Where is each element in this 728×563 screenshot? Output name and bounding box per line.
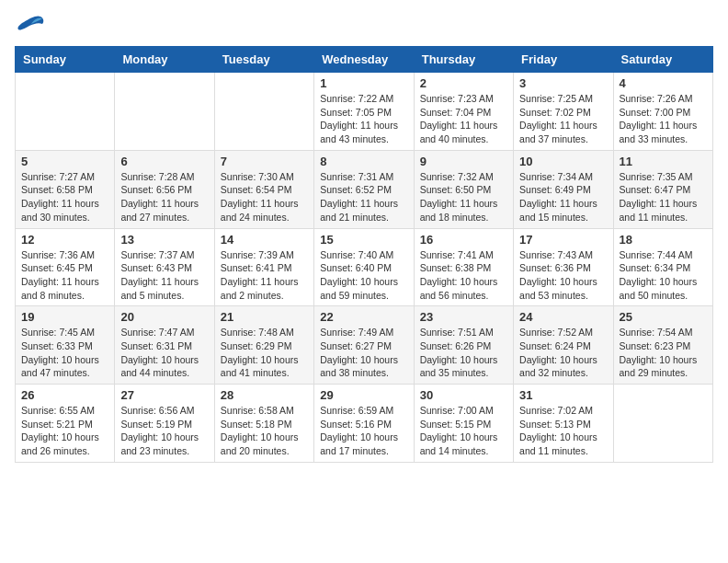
calendar-week-row: 1Sunrise: 7:22 AM Sunset: 7:05 PM Daylig… (16, 73, 713, 151)
calendar-cell: 25Sunrise: 7:54 AM Sunset: 6:23 PM Dayli… (613, 306, 712, 385)
calendar-cell (115, 73, 214, 151)
calendar-cell: 26Sunrise: 6:55 AM Sunset: 5:21 PM Dayli… (16, 385, 115, 463)
day-number: 13 (120, 233, 208, 247)
calendar-cell (613, 385, 712, 463)
day-number: 23 (420, 310, 507, 324)
day-info: Sunrise: 7:27 AM Sunset: 6:58 PM Dayligh… (21, 170, 108, 224)
day-number: 27 (120, 388, 208, 402)
day-number: 1 (320, 76, 407, 90)
calendar-cell: 8Sunrise: 7:31 AM Sunset: 6:52 PM Daylig… (314, 150, 414, 228)
day-info: Sunrise: 7:30 AM Sunset: 6:54 PM Dayligh… (221, 170, 308, 224)
weekday-header: Sunday (16, 47, 115, 73)
calendar-cell: 18Sunrise: 7:44 AM Sunset: 6:34 PM Dayli… (613, 228, 712, 306)
calendar-cell: 24Sunrise: 7:52 AM Sunset: 6:24 PM Dayli… (514, 306, 613, 385)
day-info: Sunrise: 7:22 AM Sunset: 7:05 PM Dayligh… (320, 92, 407, 146)
day-info: Sunrise: 7:02 AM Sunset: 5:13 PM Dayligh… (519, 404, 607, 458)
day-info: Sunrise: 6:55 AM Sunset: 5:21 PM Dayligh… (21, 404, 108, 458)
day-info: Sunrise: 6:56 AM Sunset: 5:19 PM Dayligh… (120, 404, 208, 458)
calendar-cell: 7Sunrise: 7:30 AM Sunset: 6:54 PM Daylig… (214, 150, 313, 228)
day-info: Sunrise: 7:39 AM Sunset: 6:41 PM Dayligh… (221, 248, 308, 303)
calendar-cell: 19Sunrise: 7:45 AM Sunset: 6:33 PM Dayli… (16, 306, 115, 385)
day-number: 20 (120, 310, 208, 324)
calendar-cell (214, 73, 313, 151)
weekday-header: Saturday (613, 47, 712, 73)
day-number: 31 (519, 388, 607, 402)
calendar-cell: 22Sunrise: 7:49 AM Sunset: 6:27 PM Dayli… (314, 306, 414, 385)
calendar-cell: 4Sunrise: 7:26 AM Sunset: 7:00 PM Daylig… (613, 73, 712, 151)
calendar-cell: 21Sunrise: 7:48 AM Sunset: 6:29 PM Dayli… (214, 306, 313, 385)
calendar-cell: 28Sunrise: 6:58 AM Sunset: 5:18 PM Dayli… (214, 385, 313, 463)
day-info: Sunrise: 7:37 AM Sunset: 6:43 PM Dayligh… (120, 248, 208, 303)
calendar-table: SundayMondayTuesdayWednesdayThursdayFrid… (15, 46, 713, 463)
day-info: Sunrise: 7:36 AM Sunset: 6:45 PM Dayligh… (21, 248, 108, 303)
weekday-header: Monday (115, 47, 214, 73)
day-number: 25 (620, 310, 707, 324)
calendar-header-row: SundayMondayTuesdayWednesdayThursdayFrid… (16, 47, 713, 73)
calendar-cell: 6Sunrise: 7:28 AM Sunset: 6:56 PM Daylig… (115, 150, 214, 228)
day-info: Sunrise: 7:32 AM Sunset: 6:50 PM Dayligh… (420, 170, 507, 224)
day-number: 2 (420, 76, 507, 90)
calendar-cell: 5Sunrise: 7:27 AM Sunset: 6:58 PM Daylig… (16, 150, 115, 228)
day-info: Sunrise: 7:54 AM Sunset: 6:23 PM Dayligh… (620, 326, 707, 380)
calendar-cell: 23Sunrise: 7:51 AM Sunset: 6:26 PM Dayli… (414, 306, 513, 385)
day-number: 16 (420, 233, 507, 247)
day-info: Sunrise: 7:35 AM Sunset: 6:47 PM Dayligh… (620, 170, 707, 224)
day-info: Sunrise: 6:58 AM Sunset: 5:18 PM Dayligh… (221, 404, 308, 458)
calendar-cell: 10Sunrise: 7:34 AM Sunset: 6:49 PM Dayli… (514, 150, 613, 228)
day-number: 15 (320, 233, 407, 247)
day-info: Sunrise: 7:47 AM Sunset: 6:31 PM Dayligh… (120, 326, 208, 380)
day-info: Sunrise: 7:40 AM Sunset: 6:40 PM Dayligh… (320, 248, 407, 303)
day-number: 7 (221, 155, 308, 168)
calendar-cell: 3Sunrise: 7:25 AM Sunset: 7:02 PM Daylig… (514, 73, 613, 151)
day-number: 3 (519, 76, 607, 90)
weekday-header: Thursday (414, 47, 513, 73)
calendar-cell: 16Sunrise: 7:41 AM Sunset: 6:38 PM Dayli… (414, 228, 513, 306)
calendar-cell: 20Sunrise: 7:47 AM Sunset: 6:31 PM Dayli… (115, 306, 214, 385)
day-info: Sunrise: 7:51 AM Sunset: 6:26 PM Dayligh… (420, 326, 507, 380)
calendar-week-row: 5Sunrise: 7:27 AM Sunset: 6:58 PM Daylig… (16, 150, 713, 228)
day-info: Sunrise: 7:28 AM Sunset: 6:56 PM Dayligh… (120, 170, 208, 224)
calendar-cell: 29Sunrise: 6:59 AM Sunset: 5:16 PM Dayli… (314, 385, 414, 463)
day-info: Sunrise: 7:34 AM Sunset: 6:49 PM Dayligh… (519, 170, 607, 224)
day-info: Sunrise: 7:48 AM Sunset: 6:29 PM Dayligh… (221, 326, 308, 380)
calendar-cell: 11Sunrise: 7:35 AM Sunset: 6:47 PM Dayli… (613, 150, 712, 228)
weekday-header: Friday (514, 47, 613, 73)
calendar-cell: 30Sunrise: 7:00 AM Sunset: 5:15 PM Dayli… (414, 385, 513, 463)
day-number: 29 (320, 388, 407, 402)
logo (15, 15, 48, 35)
day-number: 26 (21, 388, 108, 402)
calendar-week-row: 26Sunrise: 6:55 AM Sunset: 5:21 PM Dayli… (16, 385, 713, 463)
calendar-cell: 9Sunrise: 7:32 AM Sunset: 6:50 PM Daylig… (414, 150, 513, 228)
calendar-cell (16, 73, 115, 151)
day-number: 17 (519, 233, 607, 247)
day-number: 22 (320, 310, 407, 324)
day-info: Sunrise: 7:44 AM Sunset: 6:34 PM Dayligh… (620, 248, 707, 303)
day-number: 9 (420, 155, 507, 168)
calendar-cell: 1Sunrise: 7:22 AM Sunset: 7:05 PM Daylig… (314, 73, 414, 151)
day-number: 19 (21, 310, 108, 324)
day-info: Sunrise: 7:45 AM Sunset: 6:33 PM Dayligh… (21, 326, 108, 380)
day-number: 6 (120, 155, 208, 168)
day-info: Sunrise: 7:52 AM Sunset: 6:24 PM Dayligh… (519, 326, 607, 380)
calendar-cell: 27Sunrise: 6:56 AM Sunset: 5:19 PM Dayli… (115, 385, 214, 463)
page-header (15, 15, 713, 35)
day-number: 11 (620, 155, 707, 168)
day-number: 21 (221, 310, 308, 324)
day-info: Sunrise: 7:26 AM Sunset: 7:00 PM Dayligh… (620, 92, 707, 146)
calendar-cell: 17Sunrise: 7:43 AM Sunset: 6:36 PM Dayli… (514, 228, 613, 306)
day-info: Sunrise: 7:31 AM Sunset: 6:52 PM Dayligh… (320, 170, 407, 224)
day-number: 10 (519, 155, 607, 168)
day-number: 12 (21, 233, 108, 247)
calendar-cell: 15Sunrise: 7:40 AM Sunset: 6:40 PM Dayli… (314, 228, 414, 306)
day-number: 30 (420, 388, 507, 402)
calendar-week-row: 19Sunrise: 7:45 AM Sunset: 6:33 PM Dayli… (16, 306, 713, 385)
day-number: 14 (221, 233, 308, 247)
calendar-cell: 2Sunrise: 7:23 AM Sunset: 7:04 PM Daylig… (414, 73, 513, 151)
logo-bird-icon (15, 15, 44, 35)
day-info: Sunrise: 7:43 AM Sunset: 6:36 PM Dayligh… (519, 248, 607, 303)
calendar-cell: 13Sunrise: 7:37 AM Sunset: 6:43 PM Dayli… (115, 228, 214, 306)
day-number: 28 (221, 388, 308, 402)
day-info: Sunrise: 6:59 AM Sunset: 5:16 PM Dayligh… (320, 404, 407, 458)
day-number: 8 (320, 155, 407, 168)
day-number: 4 (620, 76, 707, 90)
